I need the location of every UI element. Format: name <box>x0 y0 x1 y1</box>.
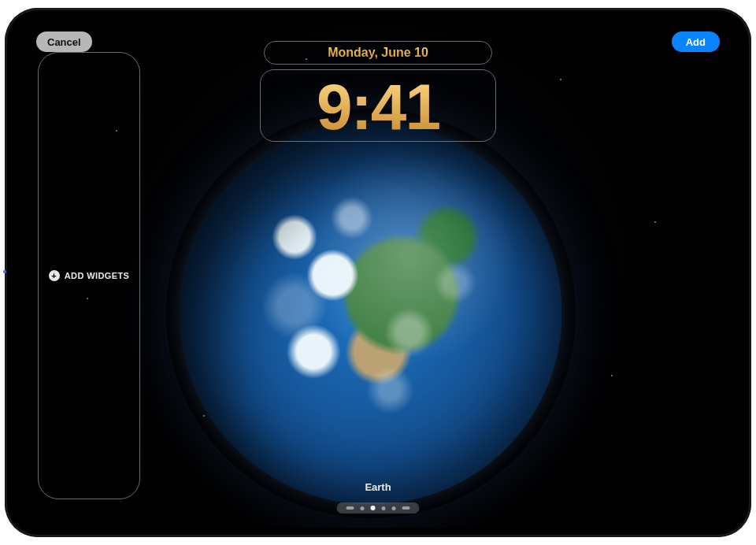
wallpaper-name-label: Earth <box>365 481 391 493</box>
date-widget-frame[interactable]: Monday, June 10 <box>264 41 492 65</box>
widget-panel[interactable]: + ADD WIDGETS <box>38 52 140 499</box>
lock-screen-editor: Cancel Add Monday, June 10 9:41 + ADD WI… <box>14 17 742 528</box>
earth-clouds <box>180 122 561 504</box>
lock-screen-date: Monday, June 10 <box>328 46 428 60</box>
page-dot <box>382 506 386 510</box>
page-dot-active <box>371 506 376 510</box>
page-dot <box>392 506 396 510</box>
page-dot <box>361 506 365 510</box>
device-status-led <box>3 270 6 273</box>
add-widgets-label: ADD WIDGETS <box>65 271 130 280</box>
wallpaper-page-indicator[interactable] <box>337 502 420 513</box>
page-dot <box>346 506 354 510</box>
ipad-device-frame: Cancel Add Monday, June 10 9:41 + ADD WI… <box>5 8 751 537</box>
earth-wallpaper[interactable] <box>180 122 561 504</box>
add-widgets-button[interactable]: + ADD WIDGETS <box>49 270 130 281</box>
page-dot <box>402 506 410 510</box>
add-button[interactable]: Add <box>672 32 720 52</box>
cancel-button[interactable]: Cancel <box>36 32 92 52</box>
lock-screen-time: 9:41 <box>317 75 439 139</box>
time-widget-frame[interactable]: 9:41 <box>260 69 496 142</box>
device-port <box>2 251 3 273</box>
plus-icon: + <box>49 270 60 281</box>
